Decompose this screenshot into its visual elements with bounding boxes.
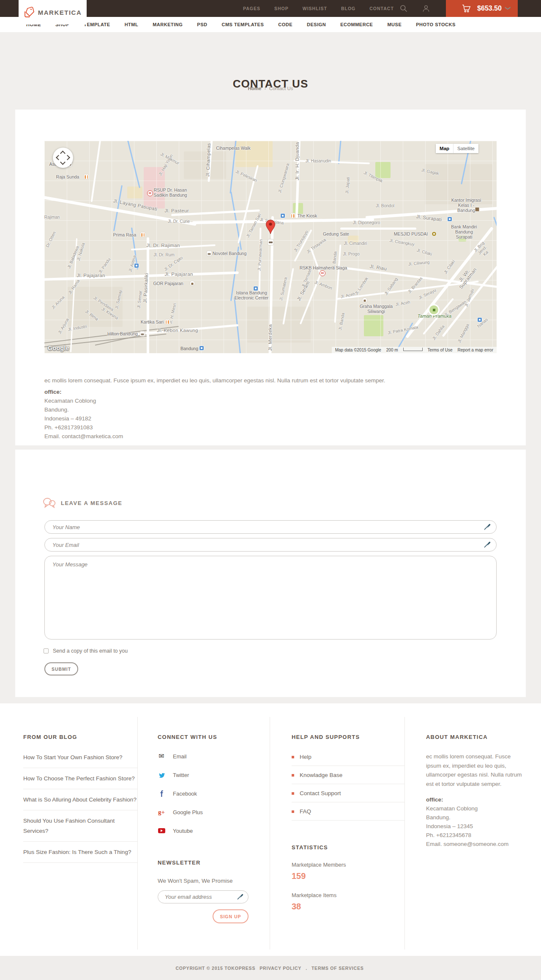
submit-button[interactable]: SUBMIT (44, 662, 78, 675)
pen-icon (484, 541, 491, 548)
social-label: Youtube (173, 828, 193, 834)
signup-button[interactable]: SIGN UP (213, 909, 249, 923)
search-icon[interactable] (399, 4, 408, 13)
blog-post-link[interactable]: How To Start Your Own Fashion Store? (23, 754, 123, 760)
breadcrumb: Home › Contact Us (0, 86, 541, 91)
pan-right-icon[interactable] (65, 155, 70, 160)
members-label: Marketplace Members (292, 862, 404, 868)
map-label: Jl. Pasteur (164, 209, 189, 213)
map-label: RSKB Halmahera Siaga (300, 265, 347, 270)
main-nav-link-psd[interactable]: PSD (197, 22, 207, 27)
pan-up-icon[interactable] (60, 151, 66, 156)
main-nav-link-code[interactable]: CODE (278, 22, 292, 27)
leave-message-title: LEAVE A MESSAGE (61, 500, 123, 506)
top-nav-link-pages[interactable]: PAGES (243, 6, 260, 11)
square-bullet-icon (292, 792, 294, 795)
place-icon (477, 317, 482, 322)
mosque-icon (432, 231, 437, 236)
main-nav-link-muse[interactable]: MUSE (387, 22, 402, 27)
blog-post-link[interactable]: How To Choose The Perfect Fashion Store? (23, 775, 135, 782)
address-line: Ph. +6212345678 (426, 831, 524, 840)
satellite-view-button[interactable]: Satellite (454, 144, 478, 153)
restaurant-icon (140, 232, 146, 238)
about-office: office: Kecamatan CoblongBandung.Indones… (426, 795, 524, 848)
map-label: Raja Sunda (56, 174, 79, 179)
top-nav-link-contact[interactable]: CONTACT (369, 6, 394, 11)
report-map-error-link[interactable]: Report a map error (458, 348, 493, 352)
address-line: Email. contact@marketica.com (44, 432, 123, 441)
pan-down-icon[interactable] (60, 159, 66, 165)
top-nav-link-blog[interactable]: BLOG (341, 6, 355, 11)
social-item-gplus[interactable]: g+Google Plus (158, 807, 249, 817)
intro-paragraph: ec mollis lorem consequat. Fusce ipsum e… (44, 377, 475, 384)
main-nav-link-cms-templates[interactable]: CMS TEMPLATES (221, 22, 264, 27)
address-line: Bandung. (44, 405, 123, 414)
square-bullet-icon (292, 774, 294, 777)
map-view-button[interactable]: Map (436, 144, 454, 153)
message-textarea[interactable] (44, 556, 497, 640)
main-nav-link-design[interactable]: DESIGN (307, 22, 326, 27)
social-item-email[interactable]: ✉Email (158, 751, 249, 761)
breadcrumb-home[interactable]: Home (248, 86, 261, 91)
hospital-icon: H (320, 270, 325, 276)
send-copy-label[interactable]: Send a copy of this email to you (53, 648, 128, 654)
help-link[interactable]: FAQ (300, 808, 311, 815)
blog-post-link[interactable]: Should You Use Fashion Consultant Servic… (23, 818, 115, 834)
members-value: 159 (292, 871, 404, 881)
terms-of-services-link[interactable]: TERMS OF SERVICES (311, 966, 364, 971)
blog-post-link[interactable]: Plus Size Fashion: Is There Such a Thing… (23, 849, 131, 855)
logo[interactable]: MARKETICA (19, 0, 87, 25)
social-item-twitter[interactable]: Twitter (158, 770, 249, 780)
hospital-icon: H (147, 190, 153, 196)
pen-icon (237, 894, 243, 900)
contact-page: PAGESSHOPWISHLISTBLOGCONTACT $653.50 MAR… (0, 0, 541, 980)
terms-of-use-link[interactable]: Terms of Use (428, 348, 453, 352)
connect-heading: CONNECT WITH US (158, 734, 249, 740)
address-line: Kecamatan Coblong (44, 396, 123, 405)
privacy-policy-link[interactable]: PRIVACY POLICY (260, 966, 301, 971)
main-nav-link-template[interactable]: TEMPLATE (84, 22, 110, 27)
list-item: How To Choose The Perfect Fashion Store? (23, 768, 137, 789)
map-label: Jl. Diponegoro (353, 220, 380, 225)
main-nav-link-html[interactable]: HTML (125, 22, 139, 27)
hotel-icon (140, 331, 145, 337)
map-pan-control[interactable] (53, 148, 73, 168)
list-item: Contact Support (292, 784, 404, 802)
top-nav-link-wishlist[interactable]: WISHLIST (303, 6, 327, 11)
newsletter-email-input[interactable] (158, 890, 249, 903)
lodging-icon (268, 239, 274, 245)
map-label: RSUP Dr. Hasan Sadikin Bandung (153, 187, 187, 198)
user-icon[interactable] (422, 4, 430, 13)
main-nav-link-marketing[interactable]: MARKETING (153, 22, 183, 27)
youtube-icon (158, 828, 165, 833)
place-icon (134, 263, 139, 268)
blog-list: How To Start Your Own Fashion Store?How … (23, 747, 137, 863)
map-label: Kartika Sari (141, 319, 164, 324)
location-marker-icon[interactable] (265, 220, 276, 235)
main-nav-link-ecommerce[interactable]: ECOMMERCE (340, 22, 373, 27)
social-item-youtube[interactable]: Youtube (158, 826, 249, 836)
help-link[interactable]: Knowladge Base (300, 772, 342, 778)
map-scale-text: 200 m (386, 348, 398, 352)
main-nav-link-photo-stocks[interactable]: PHOTO STOCKS (416, 22, 456, 27)
map-label: Jl. Bondol (376, 203, 394, 208)
list-item: Plus Size Fashion: Is There Such a Thing… (23, 842, 137, 863)
top-nav-link-shop[interactable]: SHOP (274, 6, 289, 11)
help-link[interactable]: Help (300, 754, 311, 760)
google-map[interactable]: Cihampelas WalkJl. PelesiranJl. Haji Yas… (44, 141, 497, 353)
gplus-icon: g+ (158, 809, 165, 816)
name-field-wrap (44, 520, 497, 534)
chevron-down-icon[interactable]: ❯ (505, 6, 511, 11)
help-link[interactable]: Contact Support (300, 790, 341, 796)
blog-post-link[interactable]: What is So Alluring About Celebrity Fash… (23, 796, 137, 803)
cart-total: $653.50 (477, 5, 502, 12)
email-input[interactable] (44, 538, 497, 552)
name-input[interactable] (44, 520, 497, 534)
cart-icon (462, 4, 471, 13)
help-heading: HELP AND SUPPORTS (292, 734, 404, 740)
list-item: How To Start Your Own Fashion Store? (23, 747, 137, 768)
map-label: Jl. Dr. Rum (153, 253, 174, 257)
pan-left-icon[interactable] (56, 155, 61, 160)
social-item-facebook[interactable]: Facebook (158, 788, 249, 799)
send-copy-checkbox[interactable] (44, 648, 49, 653)
